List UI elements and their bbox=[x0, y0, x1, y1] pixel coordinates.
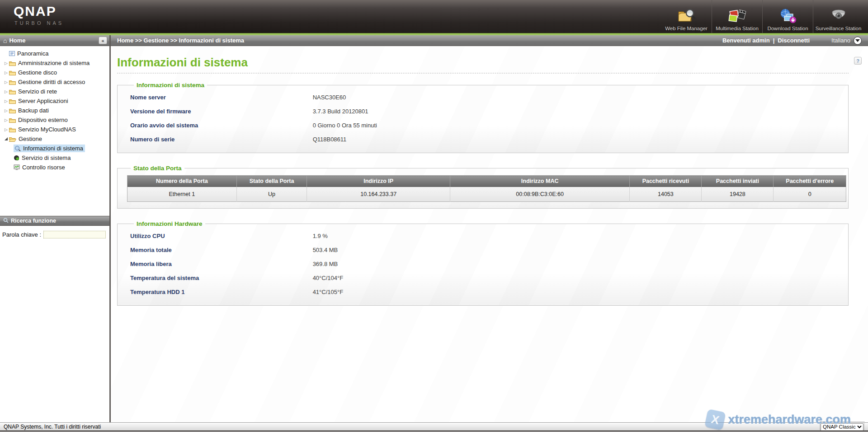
sidebar-item-amministrazione-di-sistema[interactable]: ▷ Amministrazione di sistema bbox=[0, 58, 109, 68]
station-surveillance[interactable]: Surveillance Station bbox=[813, 0, 863, 33]
sidebar-item-gestione[interactable]: Gestione bbox=[0, 134, 109, 144]
page-title: Informazioni di sistema bbox=[117, 56, 849, 70]
collapse-arrow-icon[interactable] bbox=[3, 137, 9, 140]
info-value: 0 Giorno 0 Ora 55 minuti bbox=[313, 122, 377, 129]
info-label: Numero di serie bbox=[130, 132, 311, 146]
sidebar-item-gestione-disco[interactable]: ▷ Gestione disco bbox=[0, 68, 109, 77]
expand-arrow-icon[interactable]: ▷ bbox=[3, 89, 9, 94]
table-header-row: Numero della Porta Stato della Porta Ind… bbox=[127, 176, 846, 187]
folder-icon bbox=[9, 117, 16, 123]
info-value: 3.7.3 Build 20120801 bbox=[313, 108, 368, 115]
folder-icon bbox=[9, 127, 16, 132]
turbo-nas-subtitle: Turbo NAS bbox=[14, 20, 64, 26]
sidebar-item-label: Servizio di sistema bbox=[22, 154, 71, 161]
info-value: Q118B08611 bbox=[313, 136, 347, 143]
sidebar-item-label: Dispositivo esterno bbox=[18, 117, 68, 123]
column-header: Pacchetti d'errore bbox=[774, 176, 846, 187]
sidebar-item-panoramica[interactable]: Panoramica bbox=[0, 49, 109, 58]
info-value: 1.9 % bbox=[313, 233, 328, 239]
column-header: Indirizzo MAC bbox=[450, 176, 630, 187]
station-label: Multimedia Station bbox=[716, 26, 759, 31]
folder-icon bbox=[9, 98, 16, 104]
info-label: Memoria libera bbox=[130, 257, 311, 271]
expand-arrow-icon[interactable]: ▷ bbox=[3, 108, 9, 113]
search-panel-title: Ricerca funzione bbox=[11, 218, 56, 224]
main-content: Informazioni di sistema ? Informazioni d… bbox=[111, 46, 868, 422]
column-header: Stato della Porta bbox=[236, 176, 307, 187]
qnap-logo: QNAP Turbo NAS bbox=[14, 4, 64, 26]
sidebar-item-dispositivo-esterno[interactable]: ▷ Dispositivo esterno bbox=[0, 115, 109, 125]
help-icon[interactable]: ? bbox=[854, 57, 862, 65]
language-label: Italiano bbox=[831, 37, 850, 44]
resource-monitor-icon bbox=[14, 164, 20, 170]
sidebar-item-label: Server Applicazioni bbox=[18, 98, 68, 104]
sidebar-header: ⌂ Home « bbox=[0, 35, 109, 46]
info-row: Orario avvio del sistema 0 Giorno 0 Ora … bbox=[130, 118, 845, 132]
expand-arrow-icon[interactable]: ▷ bbox=[3, 80, 9, 84]
table-cell: 14053 bbox=[630, 187, 702, 202]
port-status-table: Numero della Porta Stato della Porta Ind… bbox=[127, 175, 846, 202]
column-header: Indirizzo IP bbox=[307, 176, 450, 187]
home-icon: ⌂ bbox=[3, 37, 7, 44]
info-row: Temperatura del sistema 40°C/104°F bbox=[130, 271, 845, 285]
info-label: Nome server bbox=[130, 90, 311, 104]
info-row: Versione del firmware 3.7.3 Build 201208… bbox=[130, 104, 845, 118]
sidebar-collapse-button[interactable]: « bbox=[99, 37, 107, 44]
info-row: Memoria totale 503.4 MB bbox=[130, 243, 845, 257]
qnap-logo-text: QNAP bbox=[14, 4, 64, 19]
breadcrumb-separator: | bbox=[773, 37, 775, 44]
sidebar-item-servizio-di-sistema[interactable]: Servizio di sistema bbox=[0, 153, 109, 163]
station-multimedia[interactable]: Multimedia Station bbox=[712, 0, 762, 33]
footer-bar: QNAP Systems, Inc. Tutti i diritti riser… bbox=[0, 422, 868, 430]
info-row: Memoria libera 369.8 MB bbox=[130, 257, 845, 271]
function-search-panel: Ricerca funzione Parola chiave : bbox=[0, 216, 109, 238]
info-row: Numero di serie Q118B08611 bbox=[130, 132, 845, 146]
info-label: Utilizzo CPU bbox=[130, 229, 311, 243]
web-file-manager-icon bbox=[677, 7, 696, 26]
station-label: Web File Manager bbox=[665, 26, 708, 31]
sidebar-item-servizio-di-rete[interactable]: ▷ Servizio di rete bbox=[0, 87, 109, 96]
section-legend: Informazioni di sistema bbox=[134, 82, 207, 89]
theme-select[interactable]: QNAP Classic bbox=[821, 423, 863, 431]
info-label: Temperatura del sistema bbox=[130, 271, 311, 285]
sidebar-item-label: Servizio di rete bbox=[18, 88, 57, 95]
logout-link[interactable]: Disconnetti bbox=[778, 37, 810, 44]
sidebar-item-servizio-mycloudnas[interactable]: ▷ Servizio MyCloudNAS bbox=[0, 125, 109, 134]
overview-icon bbox=[9, 51, 15, 56]
station-download[interactable]: Download Station bbox=[762, 0, 813, 33]
station-web-file-manager[interactable]: Web File Manager bbox=[661, 0, 712, 33]
copyright-text: QNAP Systems, Inc. Tutti i diritti riser… bbox=[4, 424, 101, 430]
keyword-input[interactable] bbox=[43, 231, 106, 238]
sidebar-item-label: Controllo risorse bbox=[22, 164, 65, 171]
station-label: Surveillance Station bbox=[816, 26, 862, 31]
port-status-section: Stato della Porta Numero della Porta Sta… bbox=[117, 165, 849, 209]
selected-item-highlight: Informazioni di sistema bbox=[14, 145, 85, 152]
info-row: Utilizzo CPU 1.9 % bbox=[130, 229, 845, 243]
sidebar-item-gestione-diritti-di-accesso[interactable]: ▷ Gestione diritti di accesso bbox=[0, 77, 109, 87]
sidebar-item-controllo-risorse[interactable]: Controllo risorse bbox=[0, 163, 109, 172]
station-shortcuts: Web File Manager Multimedi bbox=[661, 0, 863, 33]
info-label: Temperatura HDD 1 bbox=[130, 285, 311, 299]
table-cell: 0 bbox=[774, 187, 846, 202]
info-value: 41°C/105°F bbox=[313, 289, 344, 295]
sidebar-item-label: Servizio MyCloudNAS bbox=[18, 126, 76, 133]
expand-arrow-icon[interactable]: ▷ bbox=[3, 99, 9, 103]
info-label: Orario avvio del sistema bbox=[130, 118, 311, 132]
sidebar-item-backup-dati[interactable]: ▷ Backup dati bbox=[0, 106, 109, 115]
system-info-icon bbox=[14, 145, 21, 151]
expand-arrow-icon[interactable]: ▷ bbox=[3, 118, 9, 122]
expand-arrow-icon[interactable]: ▷ bbox=[3, 127, 9, 132]
breadcrumb-bar: Home >> Gestione >> Informazioni di sist… bbox=[111, 35, 868, 46]
language-dropdown-button[interactable] bbox=[854, 37, 862, 45]
expand-arrow-icon[interactable]: ▷ bbox=[3, 61, 9, 65]
top-header: QNAP Turbo NAS Web File Manager bbox=[0, 0, 868, 33]
sidebar-item-informazioni-di-sistema[interactable]: Informazioni di sistema bbox=[0, 144, 109, 153]
system-info-section: Informazioni di sistema Nome server NASC… bbox=[117, 82, 849, 153]
expand-arrow-icon[interactable]: ▷ bbox=[3, 70, 9, 75]
qnap-admin-page: QNAP Turbo NAS Web File Manager bbox=[0, 0, 868, 434]
info-value: NASC30E60 bbox=[313, 94, 346, 101]
download-station-icon bbox=[778, 7, 797, 26]
sidebar-item-label: Gestione disco bbox=[18, 69, 57, 76]
sidebar-item-server-applicazioni[interactable]: ▷ Server Applicazioni bbox=[0, 96, 109, 106]
search-icon bbox=[3, 217, 9, 225]
